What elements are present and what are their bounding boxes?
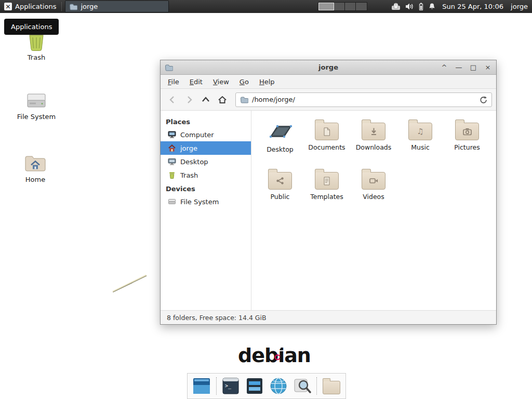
home-button[interactable] [215, 92, 230, 107]
folder-label: Music [411, 143, 430, 151]
mouse-settings-icon[interactable] [391, 3, 401, 10]
folder-item-videos[interactable]: Videos [351, 167, 396, 217]
folder-item-documents[interactable]: Documents [304, 118, 350, 167]
sidebar-item-label: Desktop [180, 158, 208, 166]
workspace-3[interactable] [345, 3, 356, 10]
terminal-icon: >_ [222, 377, 240, 395]
folder-icon [455, 123, 479, 140]
applications-menu-icon: ✕ [4, 3, 12, 10]
sidebar-item-computer[interactable]: Computer [161, 128, 251, 141]
file-grid: Desktop Documents Down [251, 111, 496, 310]
applications-menu-label: Applications [15, 3, 56, 10]
folder-item-downloads[interactable]: Downloads [351, 118, 396, 167]
panel-separator [61, 2, 62, 11]
folder-item-templates[interactable]: Templates [304, 167, 350, 217]
video-emblem-icon [369, 177, 378, 184]
menubar: File Edit View Go Help [161, 75, 496, 89]
folder-item-desktop[interactable]: Desktop [257, 118, 303, 167]
panel-clock[interactable]: Sun 25 Apr, 10:06 [442, 3, 503, 10]
globe-icon [269, 377, 288, 395]
folder-label: Desktop [267, 145, 294, 153]
folder-item-pictures[interactable]: Pictures [444, 118, 490, 167]
desktop-surface-icon [267, 119, 294, 142]
battery-icon[interactable] [419, 3, 423, 10]
sidebar-item-label: Trash [180, 171, 198, 179]
menu-edit[interactable]: Edit [185, 76, 207, 88]
path-bar[interactable]: /home/jorge/ [235, 92, 492, 107]
sidebar-item-trash[interactable]: Trash [161, 168, 251, 182]
debian-logo: debian [238, 344, 311, 367]
menu-file[interactable]: File [164, 76, 183, 88]
camera-emblem-icon [463, 128, 472, 136]
taskbar-window-label: jorge [81, 3, 98, 10]
toolbar: /home/jorge/ [161, 89, 496, 111]
dock-item-web-browser[interactable] [269, 376, 288, 396]
top-panel: ✕ Applications jorge [0, 0, 532, 13]
workspace-1[interactable] [318, 3, 334, 10]
reload-icon[interactable] [479, 96, 487, 104]
desktop-icon-label: Trash [28, 54, 45, 61]
folder-icon [315, 123, 339, 140]
folder-item-public[interactable]: Public [257, 167, 303, 217]
magnifier-icon [293, 377, 312, 395]
volume-icon[interactable] [405, 3, 414, 10]
chevron-up-icon [201, 95, 210, 104]
dock-item-window-list[interactable] [245, 376, 264, 396]
forward-button[interactable] [181, 92, 197, 107]
drive-icon [168, 197, 176, 206]
desktop-icon-filesystem[interactable]: File System [11, 91, 61, 121]
system-tray [391, 3, 436, 10]
desktop-icon-label: File System [17, 113, 56, 121]
folder-icon [315, 172, 339, 190]
folder-label: Downloads [356, 143, 392, 151]
desktop-icon [168, 157, 176, 166]
sidebar-item-file-system[interactable]: File System [161, 195, 251, 208]
applications-menu-button[interactable]: ✕ Applications [0, 0, 60, 13]
download-emblem-icon [370, 127, 378, 136]
computer-icon [168, 130, 176, 139]
template-emblem-icon [323, 177, 330, 185]
notifications-bell-icon[interactable] [428, 3, 436, 10]
folder-icon: ♫ [408, 123, 432, 140]
taskbar-window-button[interactable]: jorge [65, 1, 169, 12]
address-field[interactable]: /home/jorge/ [252, 96, 475, 103]
desktop-icon-label: Home [25, 176, 45, 183]
workspace-4[interactable] [356, 3, 367, 10]
dock-item-terminal[interactable]: >_ [221, 376, 241, 396]
stray-line [112, 275, 147, 292]
chevron-left-icon [168, 95, 177, 104]
debian-swirl-icon [274, 343, 281, 350]
menu-view[interactable]: View [209, 76, 233, 88]
file-manager-window: jorge ^ — □ × File Edit View Go Help [160, 60, 497, 325]
up-button[interactable] [198, 92, 214, 107]
workspace-switcher [318, 2, 367, 11]
back-button[interactable] [165, 92, 180, 107]
folder-label: Public [271, 193, 290, 201]
menu-help[interactable]: Help [255, 76, 279, 88]
bottom-dock: >_ [187, 373, 346, 399]
shade-button[interactable]: ^ [440, 63, 448, 71]
close-button[interactable]: × [484, 63, 492, 71]
desktop-icon-home[interactable]: Home [10, 154, 60, 183]
folder-icon [362, 123, 385, 140]
svg-text:>_: >_ [225, 383, 232, 389]
statusbar: 8 folders, Free space: 14.4 GiB [161, 310, 496, 324]
folder-icon [268, 172, 292, 190]
sidebar-item-jorge[interactable]: jorge [161, 141, 251, 155]
menu-go[interactable]: Go [235, 76, 253, 88]
dock-item-show-desktop[interactable] [192, 376, 211, 396]
music-note-emblem-icon: ♫ [417, 128, 423, 136]
folder-label: Videos [363, 193, 384, 201]
maximize-button[interactable]: □ [469, 63, 477, 71]
folder-label: Pictures [454, 143, 480, 151]
document-emblem-icon [323, 127, 330, 136]
dock-item-app-finder[interactable] [292, 376, 312, 396]
folder-item-music[interactable]: ♫ Music [397, 118, 443, 167]
workspace-2[interactable] [334, 3, 345, 10]
folder-label: Templates [310, 193, 343, 201]
titlebar[interactable]: jorge ^ — □ × [161, 60, 496, 75]
chevron-right-icon [184, 95, 194, 104]
dock-item-file-manager[interactable] [322, 376, 341, 396]
minimize-button[interactable]: — [455, 63, 463, 71]
sidebar-item-desktop[interactable]: Desktop [161, 155, 251, 168]
